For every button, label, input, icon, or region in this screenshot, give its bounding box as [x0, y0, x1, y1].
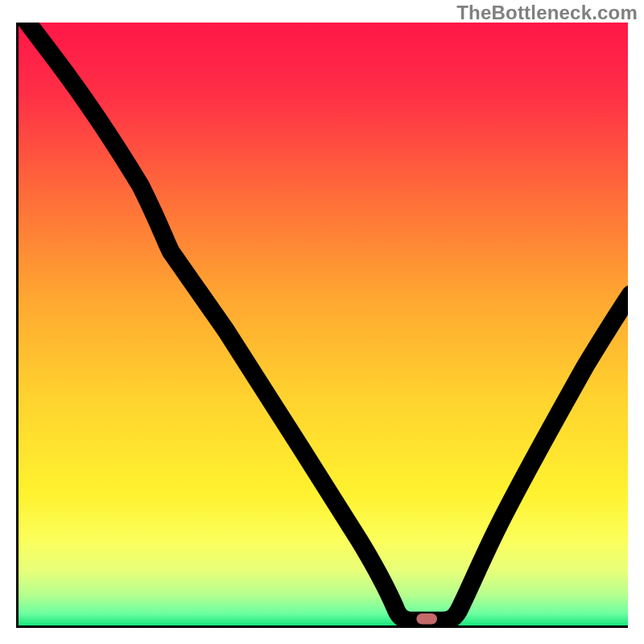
marker-svg	[19, 23, 628, 625]
optimal-point-marker	[416, 613, 437, 624]
plot-area	[19, 23, 628, 625]
watermark-text: TheBottleneck.com	[456, 2, 638, 24]
bottleneck-chart: TheBottleneck.com	[0, 0, 644, 644]
